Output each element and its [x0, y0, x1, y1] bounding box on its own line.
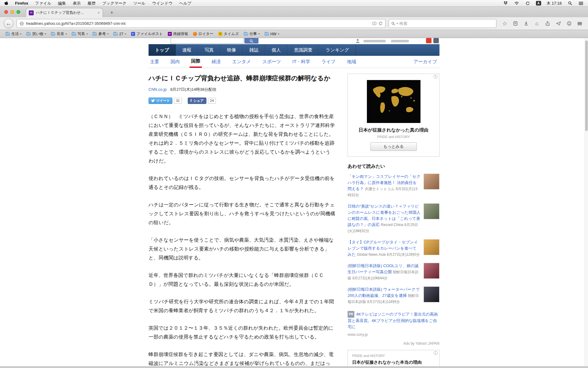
- bookmark-star-icon[interactable]: [502, 21, 507, 26]
- menu-file[interactable]: ファイル: [35, 1, 51, 6]
- menu-bookmarks[interactable]: ブックマーク: [102, 1, 127, 6]
- bookmark-filepost[interactable]: ファイルポスト: [129, 30, 165, 37]
- related-thumbnail[interactable]: [424, 203, 439, 219]
- ad-top[interactable]: 日本が征服されなかった真の理由 PRIDE and HISTORY もっとみる: [348, 74, 439, 157]
- downloads-icon[interactable]: [523, 21, 529, 26]
- related-item[interactable]: 【タイ】CPグループがタイ・セブンイレブンで販売するカレーパンを食べてみた Gl…: [348, 239, 439, 258]
- home-icon[interactable]: [534, 21, 540, 26]
- search-input[interactable]: [399, 21, 494, 26]
- menu-view[interactable]: 表示: [73, 1, 81, 6]
- related-item[interactable]: 「キン肉マン」コスプレイヤーの「セクハラ行為」に原作者激怒！ 法的責任を問える？…: [348, 174, 439, 198]
- ad-caption[interactable]: 日本が征服されなかった本当の理由: [352, 360, 435, 365]
- user-icon[interactable]: [356, 39, 360, 43]
- yahoo-search-input-partial[interactable]: [171, 38, 243, 44]
- bookmarks-panel-icon[interactable]: [513, 21, 518, 26]
- menu-help[interactable]: ヘルプ: [179, 1, 191, 6]
- news-tab-poll[interactable]: 意識調査: [288, 44, 319, 56]
- archive-link[interactable]: アーカイブ: [414, 56, 437, 68]
- header-app-icon-red[interactable]: [426, 38, 432, 43]
- ad-info-icon[interactable]: [434, 351, 438, 355]
- dropbox-icon[interactable]: [503, 1, 508, 6]
- news-tab-magazine[interactable]: 雑誌: [243, 44, 265, 56]
- facebook-share-button[interactable]: シェア: [188, 98, 206, 104]
- input-source-icon[interactable]: [536, 1, 541, 6]
- browser-tab[interactable]: ハチにＩＣチップ背負わせ...: [26, 8, 103, 17]
- share-icon[interactable]: [545, 21, 550, 26]
- bookmark-times[interactable]: タイムズ: [216, 30, 241, 37]
- bookmark-folder-shopping[interactable]: 買い物: [24, 30, 48, 37]
- pr-link[interactable]: 4Kテレビはソニーのブラビア！新次元の高画質と高音質。4Kブラビアが圧倒的な臨場…: [348, 312, 438, 329]
- send-icon[interactable]: [556, 21, 561, 26]
- sync-icon[interactable]: [525, 1, 530, 6]
- news-tab-photo[interactable]: 写真: [198, 44, 221, 56]
- category-tab-region[interactable]: 地域: [345, 56, 358, 68]
- related-item[interactable]: (朝鮮日報日本語版) ウォーターパークで200人の動画盗撮、27歳女を逮捕 朝鮮…: [348, 286, 439, 305]
- window-close-button[interactable]: [4, 10, 8, 14]
- bookmark-folder-music[interactable]: 音楽: [48, 30, 69, 37]
- bookmark-folder-hw[interactable]: HW: [262, 31, 282, 37]
- related-item[interactable]: (朝鮮日報日本語版) COOLユリ、娘の誕生日パーティー写真公開 朝鮮日報日本語…: [348, 263, 439, 281]
- related-thumbnail[interactable]: [424, 239, 439, 255]
- bookmark-folder-photo[interactable]: 写真: [69, 30, 90, 37]
- news-tab-flash[interactable]: 速報: [176, 44, 198, 56]
- yahoo-search-button-partial[interactable]: [244, 38, 258, 44]
- spotlight-search-icon[interactable]: [567, 1, 573, 6]
- back-button[interactable]: [4, 19, 13, 29]
- category-tab-world[interactable]: 国際: [190, 56, 202, 68]
- pr-item[interactable]: PR4Kテレビはソニーのブラビア！新次元の高画質と高音質。4Kブラビアが圧倒的な…: [348, 311, 439, 338]
- app-menu-firefox[interactable]: Firefox: [15, 1, 28, 6]
- chevron-down-icon[interactable]: [397, 22, 398, 25]
- menu-tools[interactable]: ツール: [133, 1, 145, 6]
- ad-more-button[interactable]: もっとみる: [370, 142, 417, 151]
- article-source-link[interactable]: CNN.co.jp: [149, 87, 167, 92]
- related-thumbnail[interactable]: [424, 263, 439, 279]
- tab-close-icon[interactable]: [97, 11, 100, 15]
- page-scrollbar[interactable]: [585, 38, 588, 366]
- related-thumbnail[interactable]: [424, 286, 439, 302]
- url-text[interactable]: headlines.yahoo.co.jp/hl?a=20150827-3506…: [26, 21, 370, 26]
- bookmark-folder-work[interactable]: 仕事: [241, 30, 262, 37]
- bookmark-transit[interactable]: 路線情報: [165, 30, 190, 37]
- new-tab-button[interactable]: [108, 9, 116, 16]
- category-tab-economy[interactable]: 経済: [210, 56, 222, 68]
- bookmark-folder-life[interactable]: 生活: [3, 30, 24, 37]
- reader-mode-icon[interactable]: [372, 21, 376, 25]
- ad-bottom[interactable]: PRIDE and HISTORY 日本が征服されなかった本当の理由: [348, 350, 439, 366]
- search-bar[interactable]: [389, 19, 496, 28]
- category-tab-entertainment[interactable]: エンタメ: [231, 56, 252, 68]
- related-thumbnail[interactable]: [424, 174, 439, 190]
- ad-caption[interactable]: 日本が征服されなかった真の理由: [352, 127, 435, 133]
- menu-icon[interactable]: [577, 21, 582, 26]
- site-identity-icon[interactable]: [20, 21, 24, 26]
- reload-icon[interactable]: [379, 21, 383, 25]
- menu-history[interactable]: 履歴: [88, 1, 96, 6]
- bookmark-folder-reference[interactable]: 参考: [90, 30, 111, 37]
- news-tab-top[interactable]: トップ: [149, 44, 176, 56]
- bookmark-folder-27[interactable]: 27: [111, 31, 128, 37]
- notification-center-icon[interactable]: [578, 1, 584, 6]
- window-minimize-button[interactable]: [10, 10, 14, 14]
- url-bar[interactable]: headlines.yahoo.co.jp/hl?a=20150827-3506…: [17, 19, 386, 28]
- category-tab-life[interactable]: ライフ: [320, 56, 337, 68]
- category-tab-it-science[interactable]: IT・科学: [291, 56, 311, 68]
- ads-by-label[interactable]: Ads by Yahoo! JAPAN: [348, 341, 439, 346]
- scrollbar-thumb[interactable]: [585, 40, 588, 131]
- related-item[interactable]: 日韓の“美談”センスの違い？＝フィリピンのホームレスに食事をおごった韓国人に称賛…: [348, 203, 439, 234]
- smiley-icon[interactable]: [566, 21, 572, 26]
- wifi-icon[interactable]: [514, 1, 519, 6]
- header-app-icon-dark[interactable]: [433, 38, 439, 43]
- search-engine-icon[interactable]: [391, 22, 395, 25]
- window-zoom-button[interactable]: [17, 10, 20, 14]
- menu-window[interactable]: ウインドウ: [152, 1, 173, 6]
- news-tab-ranking[interactable]: ランキング: [319, 44, 356, 56]
- bookmark-reuters[interactable]: ロイター: [190, 30, 216, 37]
- ad-info-icon[interactable]: [434, 75, 438, 79]
- tweet-button[interactable]: ツイート: [149, 98, 172, 104]
- category-tab-main[interactable]: 主要: [149, 56, 161, 68]
- category-tab-domestic[interactable]: 国内: [169, 56, 181, 68]
- menubar-clock[interactable]: 木 17:18: [547, 1, 562, 6]
- category-tab-sports[interactable]: スポーツ: [261, 56, 282, 68]
- news-tab-video[interactable]: 映像: [221, 44, 243, 56]
- apple-menu[interactable]: [4, 1, 8, 6]
- news-tab-personal[interactable]: 個人: [265, 44, 288, 56]
